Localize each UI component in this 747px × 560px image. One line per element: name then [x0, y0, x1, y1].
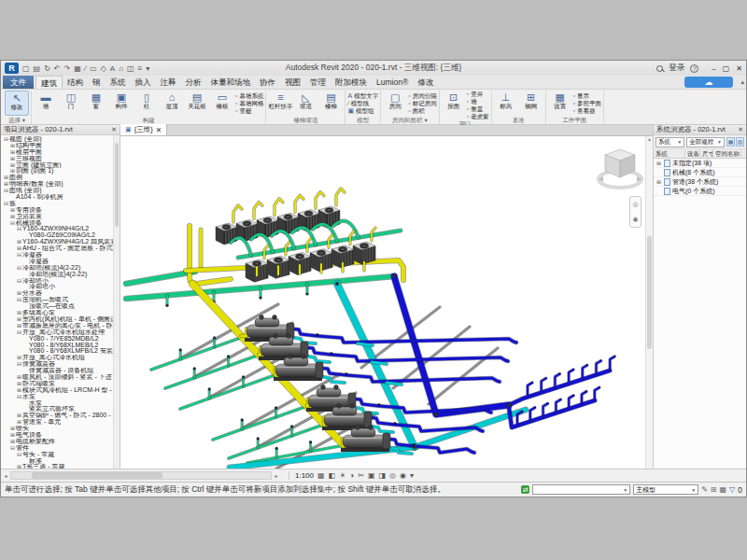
- ribbon-tab-视图[interactable]: 视图: [280, 76, 305, 89]
- editable-only-icon[interactable]: ✎: [701, 485, 708, 494]
- ribbon-tab-分析[interactable]: 分析: [181, 76, 206, 89]
- ribbon-button-构件[interactable]: ▣构件: [109, 91, 134, 116]
- ribbon-button-模型线[interactable]: ∕模型线: [347, 100, 378, 106]
- view-filter-select[interactable]: 系统▼: [655, 137, 684, 147]
- column-header[interactable]: 设备: [685, 149, 700, 158]
- worksets-select[interactable]: ▼: [532, 484, 630, 495]
- cloud-plugin-button[interactable]: ☁: [684, 77, 733, 88]
- help-icon[interactable]: ?: [690, 64, 698, 73]
- system-row[interactable]: 机械(8 个系统): [654, 168, 746, 177]
- viewcube[interactable]: [597, 144, 643, 196]
- file-tab[interactable]: 文件: [3, 76, 34, 89]
- tree-item[interactable]: ⊟开放_离心式冷水机组水处理: [1, 329, 120, 336]
- tree-item[interactable]: ⊞电气设备: [1, 432, 120, 439]
- tree-item[interactable]: ⊟弹簧减震器: [1, 361, 120, 368]
- tree-item[interactable]: Y080 - 7/YE852MDB/L2: [1, 336, 120, 343]
- ribbon-button-显示[interactable]: ▫显示: [573, 92, 601, 99]
- tree-item[interactable]: ⊟冷却塔(横流)4(2-22): [1, 265, 120, 272]
- tree-item[interactable]: ⊞暖风机 - 顶部倾斜 - 竖装 - 下进下出: [1, 374, 120, 381]
- tree-item[interactable]: ⊞多级离心泵: [1, 310, 120, 316]
- tree-item[interactable]: ⊞AHU - 组合式 - 固定底板 - 卧式 - 标准 - 2000 - 300…: [1, 245, 120, 252]
- column-header[interactable]: 系统: [654, 149, 685, 158]
- ribbon-button-垂直[interactable]: ▫垂直: [467, 105, 489, 112]
- design-options-select[interactable]: 主模型▼: [633, 484, 698, 495]
- section-icon[interactable]: ◫: [127, 64, 134, 73]
- tree-item[interactable]: ⊞真空锅炉 - 燃气 - 卧式 - 2800 - 14000 kW: [1, 413, 120, 419]
- ribbon-button-模型文字[interactable]: A模型文字: [347, 92, 378, 99]
- tree-item[interactable]: ⊞卫浴装置: [1, 214, 120, 220]
- tree-item[interactable]: 顶吸式—在吸点: [1, 303, 120, 310]
- thin-lines-icon[interactable]: ≡: [138, 64, 143, 73]
- hscroll-left-icon[interactable]: ◂: [1, 472, 10, 479]
- ribbon-tab-系统[interactable]: 系统: [106, 76, 131, 89]
- ribbon-button-设置[interactable]: ▦设置: [548, 91, 572, 116]
- save-icon[interactable]: ▤: [34, 64, 41, 73]
- tree-item[interactable]: ⊟族: [1, 201, 120, 207]
- tree-item[interactable]: ⊞电缆桥架配件: [1, 439, 120, 445]
- show-crop-region-icon[interactable]: ▣: [368, 471, 375, 480]
- tree-item[interactable]: ⊞带减振底座的离心泵 - 电机 - 卧式 - 底部吸入: [1, 323, 120, 329]
- ribbon-button-竖井[interactable]: ▫竖井: [467, 91, 489, 97]
- column-header[interactable]: 空间名称: [713, 149, 741, 158]
- more-icon[interactable]: ▾: [410, 471, 414, 480]
- ribbon-button-模型组[interactable]: ▣模型组: [347, 107, 378, 114]
- ribbon-collapse-icon[interactable]: ▴: [740, 78, 744, 86]
- column-header[interactable]: 尺寸: [700, 149, 713, 158]
- tree-item[interactable]: ⊞明细表/数量 (全部): [1, 181, 120, 188]
- tree-item[interactable]: ⊞剖面 (剖面 1): [1, 168, 120, 175]
- tree-item[interactable]: ⊞喷头: [1, 426, 120, 432]
- search-icon[interactable]: [656, 65, 663, 72]
- steering-wheel-icon[interactable]: ◎: [632, 201, 638, 208]
- ribbon-button-参照平面[interactable]: ▫参照平面: [573, 100, 601, 106]
- tree-item[interactable]: Y080-GZ69C09IAG/L2: [1, 232, 120, 239]
- visual-style-icon[interactable]: ◧: [329, 471, 336, 480]
- text-icon[interactable]: A: [110, 64, 115, 73]
- tree-item[interactable]: A104 - 制冷机房: [1, 194, 120, 201]
- sync-icon[interactable]: ↻: [44, 64, 50, 73]
- app-menu-button[interactable]: R: [5, 63, 19, 74]
- tree-item[interactable]: ⊞卧式端吸泵: [1, 381, 120, 387]
- ribbon-tab-结构[interactable]: 结构: [63, 76, 88, 89]
- tree-item[interactable]: Y080 - 8/Y68XLMFB/L2 安装装置: [1, 348, 120, 355]
- tree-item[interactable]: ⊟视图 (全部): [1, 136, 120, 143]
- tree-item[interactable]: ⊞图例: [1, 175, 120, 181]
- tree-item[interactable]: ⊞室内机(风机)机组 - 单机 - 侧面进水出口带格栅: [1, 316, 120, 323]
- ribbon-button-门[interactable]: ◫门: [59, 91, 83, 116]
- ribbon-button-标高[interactable]: ⊥标高: [494, 91, 518, 116]
- tree-item[interactable]: ⊟图纸 (全部): [1, 188, 120, 194]
- tree-item[interactable]: Y080 - 8/Y68XLMEB/L2: [1, 343, 120, 349]
- detail-level-icon[interactable]: ▦: [317, 471, 325, 480]
- navigation-bar[interactable]: ◎ ◉: [629, 196, 641, 228]
- sun-path-icon[interactable]: ☀: [339, 471, 345, 480]
- view-tab-3d[interactable]: ▣ {三维} ✕: [120, 124, 167, 135]
- ribbon-tab-钢[interactable]: 钢: [88, 76, 106, 89]
- aligned-dimension-icon[interactable]: ▭: [90, 64, 97, 73]
- tree-item[interactable]: ⊞模块式风冷机组 - LRCM-H 型 - 低噪音 - 108-175 CMH: [1, 387, 120, 394]
- tree-item[interactable]: 冷却塔小: [1, 284, 120, 290]
- tree-item[interactable]: ⊞Y160-4ZWX9NH4G/L2 回风装置: [1, 239, 120, 245]
- ribbon-button-楼梯[interactable]: ▤楼梯: [318, 91, 343, 116]
- scale-button[interactable]: 1:100: [295, 471, 314, 480]
- minimize-button[interactable]: –: [712, 64, 715, 73]
- tree-item[interactable]: ⊟水泵: [1, 394, 120, 400]
- ribbon-button-房间[interactable]: ▢房间: [383, 91, 407, 116]
- project-browser-scrollbar[interactable]: [113, 135, 120, 469]
- ribbon-tab-建筑[interactable]: 建筑: [35, 76, 63, 89]
- autofit-icon[interactable]: ▦: [726, 137, 735, 147]
- tree-item[interactable]: ⊟冷凝器: [1, 252, 120, 259]
- ribbon-tab-插入[interactable]: 插入: [131, 76, 156, 89]
- tree-item[interactable]: 标准: [1, 458, 120, 465]
- ribbon-button-标记房间[interactable]: ▫标记房间: [408, 100, 436, 106]
- tree-item[interactable]: ⊟机械设备: [1, 220, 120, 227]
- tree-item[interactable]: ⊞管道泵 - 单元: [1, 419, 120, 426]
- crop-view-icon[interactable]: ✂: [358, 471, 364, 480]
- ribbon-tab-管理[interactable]: 管理: [305, 76, 331, 89]
- tree-item[interactable]: 冷却塔(横流)4(2-22): [1, 272, 120, 278]
- column-settings-icon[interactable]: ▥: [736, 137, 744, 147]
- tree-item[interactable]: ⊞专用设备: [1, 207, 120, 214]
- ribbon-button-坡道[interactable]: ◺坡道: [293, 91, 317, 116]
- ribbon-button-墙[interactable]: ▫墙: [467, 98, 489, 105]
- ribbon-button-幕墙系统[interactable]: ▫幕墙系统: [235, 92, 263, 99]
- ribbon-tab-协作[interactable]: 协作: [255, 76, 280, 89]
- print-icon[interactable]: ▦: [74, 64, 81, 73]
